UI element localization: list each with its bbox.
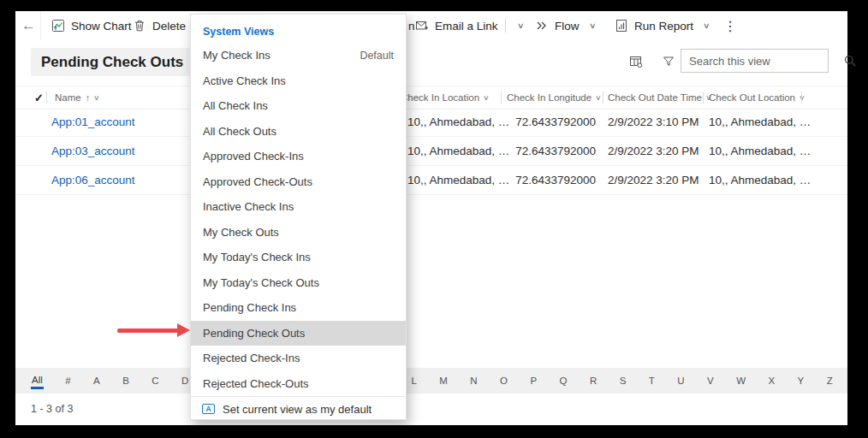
system-view-item[interactable]: My Today's Check Ins: [191, 245, 406, 270]
alpha-filter-#[interactable]: #: [64, 374, 71, 388]
alpha-filter-p[interactable]: P: [529, 374, 538, 388]
alpha-filter-a[interactable]: A: [92, 374, 101, 388]
annotation-arrow-head: [177, 323, 190, 337]
system-view-label: All Check Outs: [203, 125, 276, 138]
alpha-filter-x[interactable]: X: [767, 374, 776, 388]
system-view-label: Rejected Check-Ins: [203, 352, 300, 364]
search-input[interactable]: [681, 55, 843, 68]
cell-check-in-longitude: 72.6433792000: [491, 108, 596, 136]
filter-button[interactable]: [659, 52, 678, 71]
alpha-filter-o[interactable]: O: [499, 374, 508, 388]
default-badge: Default: [360, 50, 394, 62]
alpha-filter-t[interactable]: T: [648, 374, 656, 388]
search-icon[interactable]: [843, 54, 857, 68]
system-view-item[interactable]: My Check Outs: [191, 220, 406, 246]
system-view-label: Pending Check Outs: [203, 327, 305, 340]
column-divider: [501, 92, 502, 104]
alpha-filter-d[interactable]: D: [181, 374, 189, 388]
alphabet-bar: All#ABCDEFGHIJKLMNOPQRSTUVWXYZ: [15, 368, 847, 394]
overflow-menu-button[interactable]: ⋮: [723, 11, 737, 40]
back-button[interactable]: ←: [21, 11, 36, 40]
edit-columns-icon: [629, 55, 643, 68]
run-report-button[interactable]: Run Report ∨: [615, 11, 710, 40]
system-view-item[interactable]: Approved Check-Ins: [191, 144, 406, 169]
table-row[interactable]: App:06_account10,, Ahmedabad, …72.643379…: [15, 166, 847, 195]
system-views-header: System Views: [191, 15, 406, 43]
email-a-link-button[interactable]: Email a Link: [415, 11, 498, 40]
flow-button[interactable]: Flow ∨: [535, 11, 595, 40]
system-view-item[interactable]: My Check InsDefault: [191, 43, 406, 68]
column-header-check-out-location[interactable]: Check Out Location ∨: [709, 86, 805, 109]
system-view-item[interactable]: My Today's Check Outs: [191, 270, 406, 296]
table-row[interactable]: App:03_account10,, Ahmedabad, …72.643379…: [15, 137, 847, 166]
column-divider: [603, 92, 603, 104]
show-chart-button[interactable]: Show Chart: [51, 11, 132, 40]
command-bar: ← Show Chart Delete n: [15, 11, 847, 41]
column-header-name[interactable]: Name ↑ ∨: [55, 86, 99, 109]
table-body: App:01_account10,, Ahmedabad, …72.643379…: [15, 108, 847, 195]
record-link[interactable]: App:06_account: [51, 166, 135, 194]
edit-columns-button[interactable]: [627, 52, 645, 71]
alpha-filter-all[interactable]: All: [31, 373, 44, 389]
record-link[interactable]: App:01_account: [51, 108, 135, 136]
email-more-chevron[interactable]: ∨: [514, 11, 524, 40]
alpha-filter-b[interactable]: B: [122, 374, 130, 388]
system-view-label: My Check Ins: [203, 49, 271, 62]
system-views-list: My Check InsDefaultActive Check InsAll C…: [191, 43, 406, 396]
cell-check-out-location: 10,, Ahmedabad, …: [709, 166, 811, 194]
alpha-filter-w[interactable]: W: [735, 374, 746, 388]
alpha-filter-z[interactable]: Z: [826, 374, 834, 388]
alpha-filter-l[interactable]: L: [410, 374, 417, 388]
system-view-label: Inactive Check Ins: [203, 200, 294, 213]
annotation-arrow: [117, 328, 179, 333]
system-view-item[interactable]: Rejected Check-Ins: [191, 346, 406, 371]
record-count: 1 - 3 of 3: [31, 403, 73, 415]
partially-hidden-toolbar-button[interactable]: n: [408, 11, 415, 40]
system-view-label: Active Check Ins: [203, 74, 286, 87]
table-row[interactable]: App:01_account10,, Ahmedabad, …72.643379…: [15, 108, 847, 137]
column-label: Name: [55, 92, 81, 103]
select-all-checkmark-icon[interactable]: ✓: [34, 86, 44, 109]
alpha-filter-c[interactable]: C: [151, 374, 159, 388]
alpha-filter-y[interactable]: Y: [797, 374, 806, 388]
partial-button-label: n: [408, 20, 415, 33]
cell-check-out-date-time: 2/9/2022 3:20 PM: [608, 137, 699, 165]
alpha-filter-s[interactable]: S: [619, 374, 627, 388]
alpha-filter-v[interactable]: V: [706, 374, 715, 388]
system-view-label: Rejected Check-Outs: [203, 377, 309, 390]
system-view-item[interactable]: Pending Check Ins: [191, 295, 406, 321]
view-selector-row: Pending Check Outs ∨: [15, 40, 847, 86]
system-view-item[interactable]: Inactive Check Ins: [191, 194, 406, 220]
column-divider: [801, 92, 802, 104]
chevron-down-icon: ∨: [517, 21, 525, 30]
system-view-item[interactable]: Approved Check-Outs: [191, 169, 406, 195]
cell-check-in-longitude: 72.6433792000: [491, 137, 596, 165]
column-label: Check Out Date Time: [608, 92, 702, 103]
system-view-label: My Today's Check Outs: [203, 276, 319, 289]
column-header-check-in-location[interactable]: Check In Location ∨: [401, 86, 489, 109]
alpha-filter-r[interactable]: R: [589, 374, 597, 388]
alpha-filter-q[interactable]: Q: [559, 374, 568, 388]
delete-button[interactable]: Delete: [133, 11, 186, 40]
filter-funnel-icon: [662, 55, 675, 68]
view-selector-button[interactable]: Pending Check Outs ∨: [31, 48, 214, 76]
cell-check-in-longitude: 72.6433792000: [491, 166, 596, 194]
alpha-filter-n[interactable]: N: [469, 374, 478, 388]
alpha-filter-u[interactable]: U: [676, 374, 685, 388]
system-view-item[interactable]: All Check Outs: [191, 119, 406, 145]
system-view-label: Pending Check Ins: [203, 301, 296, 314]
sort-ascending-icon: ↑: [86, 92, 91, 103]
system-view-item[interactable]: All Check Ins: [191, 93, 406, 119]
chevron-down-icon: ∨: [595, 94, 602, 102]
record-link[interactable]: App:03_account: [51, 137, 135, 165]
system-view-item[interactable]: Rejected Check-Outs: [191, 371, 406, 397]
cell-check-out-date-time: 2/9/2022 3:20 PM: [608, 166, 699, 194]
column-header-check-out-date-time[interactable]: Check Out Date Time ∨: [608, 86, 711, 109]
column-header-check-in-longitude[interactable]: Check In Longitude ∨: [507, 86, 601, 109]
alpha-filter-m[interactable]: M: [438, 374, 449, 388]
system-view-item[interactable]: Active Check Ins: [191, 68, 406, 94]
cell-check-out-date-time: 2/9/2022 3:10 PM: [608, 108, 699, 136]
system-view-label: All Check Ins: [203, 99, 268, 112]
set-default-view-item[interactable]: A Set current view as my default: [191, 397, 406, 421]
system-view-item[interactable]: Pending Check Outs: [191, 321, 406, 346]
